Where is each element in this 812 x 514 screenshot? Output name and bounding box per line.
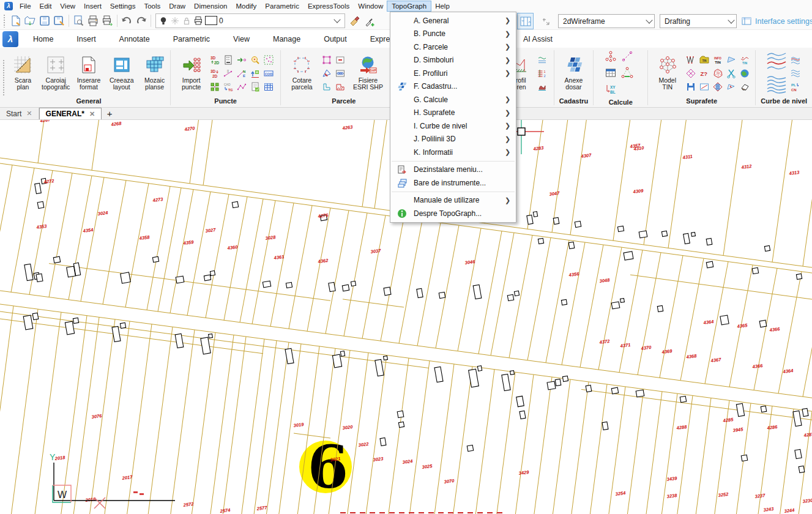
ribbon-tool-contours-red[interactable] [766,51,787,73]
ribbon-tab-home[interactable]: Home [21,31,65,47]
ribbon-tool-net-y[interactable] [605,50,617,62]
undo-button[interactable] [119,13,134,28]
ribbon-tool-cod[interactable]: COD [263,67,275,80]
ribbon-tool-flow[interactable] [725,54,738,67]
doc-tab-start[interactable]: Start✕ [0,108,39,119]
ribbon-tool-zoom[interactable] [249,54,262,67]
menu-item-h-suprafete[interactable]: H. Suprafete❯ [390,106,516,120]
ribbon-tool-hatch[interactable] [333,81,346,94]
menu-modify[interactable]: Modify [231,1,261,11]
ribbon-tool-polyline[interactable] [236,81,248,94]
ribbon-drag-handle[interactable] [2,59,6,96]
save-as-button[interactable] [52,13,67,28]
ribbon-tool-table2[interactable] [605,66,617,79]
ribbon-tool-face3d[interactable] [739,81,751,94]
ribbon-tool-cont-sm2[interactable] [789,67,802,80]
match-brush-button[interactable] [348,13,362,28]
ribbon-tool-corners[interactable] [320,54,333,67]
menu-dimension[interactable]: Dimension [190,1,231,11]
menu-item-c-parcele[interactable]: C. Parcele❯ [390,40,516,54]
menu-item-dezinstalare-meniu[interactable]: Dezinstalare meniu... [390,163,516,177]
ribbon-tool-tin-folder[interactable]: TIN [698,54,711,67]
ribbon-tool-links[interactable] [333,67,346,80]
ribbon-tool-kite[interactable] [320,67,333,80]
menu-settings[interactable]: Settings [106,1,140,11]
ribbon-tab-output[interactable]: Output [312,31,359,47]
ribbon-tab-view[interactable]: View [222,31,261,47]
ribbon-tab-insert[interactable]: Insert [65,31,107,47]
print-export-button[interactable] [100,13,115,28]
menu-item-b-puncte[interactable]: B. Puncte❯ [390,28,516,41]
tab-ai-assist[interactable]: AI Assist [512,31,564,47]
menu-view[interactable]: View [56,1,80,11]
menu-file[interactable]: File [15,1,35,11]
doc-tab-general[interactable]: GENERAL*✕ [39,108,102,119]
ribbon-tool-xybl[interactable]: XYBL [605,83,617,95]
new-tab-button[interactable]: + [102,108,117,119]
workspace-select[interactable]: Drafting [660,14,737,28]
menu-item-bare-de-instrumente[interactable]: Bare de instrumente... [390,176,516,190]
menu-item-f-cadastru[interactable]: F. Cadastru... [390,80,516,94]
ribbon-button-scara-plan[interactable]: Scaraplan [7,55,39,92]
interface-settings-link[interactable]: Interface settings [742,17,812,26]
eyedropper-button[interactable] [362,13,377,28]
ribbon-button-fisiere-esri-shp[interactable]: SHPFisiereESRI SHP [348,55,387,92]
menu-help[interactable]: Help [431,1,454,11]
ribbon-tool-doc-ok[interactable] [249,81,262,94]
ribbon-tool-prof-wave[interactable] [536,54,549,67]
ribbon-tool-mesh[interactable] [712,81,724,94]
ribbon-tool-minus[interactable] [333,54,346,67]
ribbon-tool-pt-arrow[interactable] [236,54,248,67]
layer-color-swatch[interactable] [205,16,217,25]
menu-item-a-general[interactable]: A. General❯ [390,14,516,28]
menu-expresstools[interactable]: ExpressTools [304,1,354,11]
layer-control-combo[interactable]: 0 [155,13,345,28]
menu-item-j-polilinii-3d[interactable]: J. Polilinii 3D❯ [390,133,516,146]
ribbon-tool-interval[interactable]: [] [222,67,235,80]
menu-topograph[interactable]: TopoGraph [387,1,431,11]
ribbon-tool-plcn[interactable]: PLCN [789,81,802,94]
ribbon-button-caroiaj-topografic[interactable]: Caroiajtopografic [40,55,72,92]
ribbon-tool-disk[interactable] [685,81,698,94]
menu-window[interactable]: Window [354,1,387,11]
menu-item-k-informatii[interactable]: K. Informatii❯ [390,146,516,159]
ribbon-tool-globe[interactable] [739,67,751,80]
ribbon-tool-zq[interactable]: Z? [698,67,711,80]
ribbon-tool-elev[interactable] [249,67,262,80]
ribbon-tool-contours-blue[interactable] [766,74,787,96]
menu-parametric[interactable]: Parametric [261,1,304,11]
ribbon-button-creeaza-layout[interactable]: Creeazalayout [106,55,137,92]
panel-toggle-button[interactable] [517,13,534,29]
print-button[interactable] [86,13,100,28]
ribbon-tab-parametric[interactable]: Parametric [162,31,222,47]
ribbon-tool-pts-file[interactable] [222,54,235,67]
ribbon-button-model-tin[interactable]: ModelTIN [652,55,683,92]
ribbon-tool-tin-line[interactable]: TIN [739,54,751,67]
ribbon-button-mozaic-planse[interactable]: Mozaicplanse [139,55,170,92]
ribbon-tool-sel-dots[interactable] [263,54,275,67]
ribbon-tool-info-tin[interactable]: INFOTIN [712,54,724,67]
bricscad-logo-icon[interactable]: λ [2,31,18,47]
ribbon-tool-section[interactable] [698,81,711,94]
ribbon-tool-wnet[interactable] [685,54,698,67]
close-tab-icon[interactable]: ✕ [89,110,95,118]
ribbon-button-anexe-dosar[interactable]: Anexedosar [556,55,591,92]
menu-item-e-profiluri[interactable]: E. Profiluri❯ [390,67,516,80]
ribbon-tool-flag[interactable] [725,81,738,94]
ribbon-tab-annotate[interactable]: Annotate [108,31,162,47]
ribbon-tool-measure[interactable] [621,50,634,62]
redo-button[interactable] [134,13,149,28]
open-button[interactable] [23,13,37,28]
collapse-ribbon-button[interactable] [538,14,553,29]
ribbon-tool-cad-tg[interactable]: CADTG [222,81,235,94]
ribbon-tool-tri-net[interactable] [621,66,634,79]
menu-insert[interactable]: Insert [80,1,106,11]
ribbon-tool-redpoly[interactable] [712,67,724,80]
ribbon-tool-prof-12[interactable]: 12 [536,67,549,80]
menu-item-i-curbe-de-nivel[interactable]: I. Curbe de nivel❯ [390,119,516,133]
ribbon-button-inserare-format[interactable]: Inserareformat [73,55,105,92]
ribbon-tool-green-sq[interactable] [209,81,222,94]
menu-item-d-simboluri[interactable]: D. Simboluri❯ [390,54,516,67]
ribbon-tool-scissors[interactable] [725,67,738,80]
ribbon-tool-prof-d[interactable] [536,81,549,94]
